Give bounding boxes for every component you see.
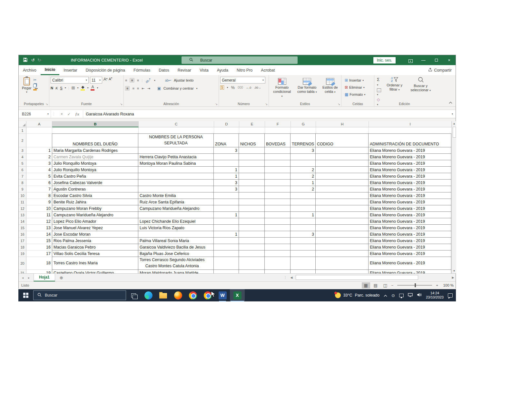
cell-A11[interactable]: 9 (26, 199, 52, 205)
cell-I9[interactable]: Eliana Moreno Guevara - 2019 (369, 186, 451, 192)
cell-D12[interactable] (214, 205, 239, 212)
autosum-icon[interactable]: Σ ▾ (377, 77, 381, 87)
cell-I20[interactable]: Eliana Moreno Guevara - 2019 (369, 257, 451, 270)
cell-B17[interactable]: Rios Palma Jessenia (52, 238, 138, 244)
cell-G1[interactable] (291, 127, 316, 134)
cell-A17[interactable]: 15 (26, 238, 52, 244)
cell-I2[interactable]: ADMINISTRACIÓN DE DOCUMENTO (369, 133, 451, 147)
orientation-icon[interactable]: ab↗ (145, 77, 152, 84)
decrease-decimal-icon[interactable]: .00→ (254, 86, 261, 89)
cell-C2[interactable]: NOMBRES DE LA PERSONA SEPULTADA (138, 133, 214, 147)
fill-color-icon[interactable]: ◆ (81, 85, 85, 91)
row-header-6[interactable]: 6 (19, 167, 26, 173)
search-box[interactable]: Buscar (182, 56, 298, 64)
format-cells-button[interactable]: ▦ Formato▾ (345, 91, 373, 98)
cell-F18[interactable] (265, 244, 291, 250)
font-color-icon[interactable]: A (91, 85, 94, 91)
cell-D14[interactable] (214, 218, 239, 225)
column-header-G[interactable]: G (291, 121, 316, 127)
sign-in-button[interactable]: Inic. ses. (373, 57, 396, 64)
cell-E11[interactable] (239, 199, 265, 205)
cell-E15[interactable] (239, 225, 265, 231)
firefox-app[interactable] (171, 289, 185, 301)
accounting-format-icon[interactable]: $ (220, 85, 224, 90)
increase-decimal-icon[interactable]: ←.0 (246, 86, 251, 89)
row-header-2[interactable]: 2 (19, 134, 26, 147)
cell-H8[interactable] (316, 180, 369, 186)
cell-A4[interactable]: 2 (26, 154, 52, 160)
cell-G6[interactable]: 2 (291, 167, 316, 173)
cell-C16[interactable] (138, 231, 214, 238)
cell-A7[interactable]: 5 (26, 173, 52, 180)
cell-E16[interactable] (239, 231, 265, 238)
tab-datos[interactable]: Datos (154, 65, 173, 75)
cell-D21[interactable] (214, 270, 239, 273)
cell-F2[interactable]: BOVEDAS (265, 133, 291, 147)
cell-F19[interactable] (265, 250, 291, 257)
taskbar-search[interactable]: Buscar (33, 290, 126, 300)
cell-F6[interactable] (265, 167, 291, 173)
cell-C14[interactable]: Lopez Chichande Elio Ezequiel (138, 218, 214, 225)
cell-G12[interactable] (291, 205, 316, 212)
cell-G9[interactable]: 2 (291, 186, 316, 192)
column-header-I[interactable]: I (369, 121, 452, 127)
action-center-icon[interactable] (448, 293, 453, 298)
tab-disposici-n-de-p-gina[interactable]: Disposición de página (82, 65, 129, 75)
number-format-combo[interactable]: General▾ (220, 77, 265, 83)
cell-I10[interactable]: Eliana Moreno Guevara - 2019 (369, 192, 451, 199)
cell-I21[interactable]: Eliana Moreno Guevara - 2019 (369, 270, 451, 273)
cell-F1[interactable] (265, 127, 291, 134)
cell-F17[interactable] (265, 238, 291, 244)
cell-C5[interactable]: Montoya Moran Paulina Sabina (138, 160, 214, 167)
cell-E20[interactable] (239, 257, 265, 270)
cell-D15[interactable] (214, 225, 239, 231)
merge-center-button[interactable]: Combinar y centrar (163, 86, 194, 90)
cell-I14[interactable]: Eliana Moreno Guevara - 2019 (369, 218, 451, 225)
column-header-F[interactable]: F (265, 121, 291, 127)
ribbon-display-options-icon[interactable]: ▴ (404, 58, 417, 63)
cell-C19[interactable]: Bajaña Pluas Jose Ceferico (138, 250, 214, 257)
cell-G18[interactable] (291, 244, 316, 250)
cell-E19[interactable] (239, 250, 265, 257)
column-header-C[interactable]: C (139, 121, 214, 127)
file-explorer-app[interactable] (156, 289, 171, 301)
decrease-indent-icon[interactable]: ⇤ (142, 86, 144, 91)
cell-F15[interactable] (265, 225, 291, 231)
sheet-tab-hoja1[interactable]: Hoja1 (34, 274, 55, 281)
cell-G19[interactable] (291, 250, 316, 257)
cell-B18[interactable]: Macias Garaicoa Pebro (52, 244, 138, 250)
cell-A2[interactable] (26, 134, 52, 147)
underline-button[interactable]: S (60, 86, 62, 90)
cell-D1[interactable] (214, 127, 239, 134)
cell-B3[interactable]: Maria Margarita Cardenas Rodriges (52, 147, 138, 154)
cell-G16[interactable]: 3 (291, 231, 316, 238)
tab-f-rmulas[interactable]: Fórmulas (129, 65, 154, 75)
zoom-out-icon[interactable]: − (391, 283, 394, 287)
cell-B11[interactable]: Benite Ruiz Jahira (52, 199, 138, 205)
expand-formula-bar-icon[interactable]: ▾ (452, 113, 456, 115)
cell-H2[interactable]: CODIGO (316, 133, 369, 147)
normal-view-icon[interactable]: ▦ (362, 282, 370, 289)
cell-I17[interactable]: Eliana Moreno Guevara - 2019 (369, 238, 451, 244)
cell-B6[interactable]: Julio Ronquillo Montoya (52, 167, 138, 173)
share-button[interactable]: Compartir (428, 65, 452, 75)
cell-C1[interactable] (139, 127, 214, 134)
cell-F10[interactable] (265, 192, 291, 199)
bold-button[interactable]: N (51, 86, 53, 90)
cell-D11[interactable] (214, 199, 239, 205)
borders-icon[interactable]: ⊞ (72, 85, 75, 90)
taskbar-clock[interactable]: 14:24 23/10/2023 (426, 291, 444, 299)
cell-B12[interactable]: Campuzano Moran Frebby (52, 205, 138, 212)
save-icon[interactable] (23, 58, 27, 63)
cell-D20[interactable] (214, 257, 239, 270)
cell-E9[interactable] (239, 186, 265, 192)
cancel-entry-icon[interactable]: × (61, 112, 63, 116)
cell-A12[interactable]: 10 (26, 205, 52, 212)
display-icon[interactable] (399, 294, 404, 297)
cell-C12[interactable]: Campuzano Maridueña Alejandro (138, 205, 214, 212)
cell-H13[interactable] (316, 212, 369, 218)
copy-icon[interactable] (33, 84, 36, 87)
minimize-button[interactable]: — (417, 58, 430, 63)
cell-A20[interactable]: 18 (26, 257, 52, 270)
cell-I19[interactable]: Eliana Moreno Guevara - 2019 (369, 250, 451, 257)
